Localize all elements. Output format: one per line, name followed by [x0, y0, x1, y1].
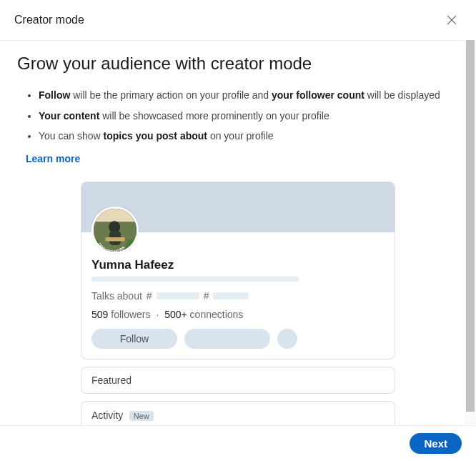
- featured-card: Featured: [81, 367, 395, 394]
- bold-text: Your content: [39, 110, 99, 122]
- feature-item: Your content will be showcased more prom…: [39, 108, 459, 124]
- scrollbar-thumb[interactable]: [466, 40, 475, 412]
- followers-count: 509: [91, 309, 108, 320]
- text: will be showcased more prominently on yo…: [99, 110, 329, 122]
- feature-item: You can show topics you post about on yo…: [39, 128, 459, 144]
- text: on your profile: [207, 130, 274, 142]
- talks-about-row: Talks about # #: [91, 290, 385, 302]
- new-badge: New: [129, 411, 154, 421]
- follower-stats: 509 followers · 500+ connections: [91, 309, 385, 320]
- headline-placeholder: [91, 277, 299, 282]
- modal-footer: Next: [0, 425, 476, 461]
- followers-label: followers: [108, 309, 150, 320]
- creator-mode-modal: Creator mode Grow your audience with cre…: [0, 0, 476, 461]
- modal-body: Grow your audience with creator mode Fol…: [0, 41, 476, 425]
- page-heading: Grow your audience with creator mode: [17, 52, 459, 74]
- more-button-placeholder: [277, 329, 297, 349]
- next-button[interactable]: Next: [410, 433, 462, 454]
- separator: ·: [156, 309, 159, 320]
- activity-label: Activity: [91, 410, 123, 421]
- bold-text: Follow: [39, 89, 70, 101]
- text: will be displayed: [365, 89, 440, 101]
- hashtag-symbol: #: [204, 290, 209, 302]
- profile-card: OPENTOWORK Yumna Hafeez Talks about #: [81, 182, 395, 360]
- close-button[interactable]: [442, 10, 462, 30]
- close-icon: [445, 13, 459, 27]
- svg-rect-6: [105, 237, 124, 241]
- talks-about-label: Talks about: [91, 290, 142, 302]
- hashtag-placeholder: [213, 292, 249, 299]
- cover-image: OPENTOWORK: [81, 182, 395, 232]
- learn-more-link[interactable]: Learn more: [26, 153, 80, 164]
- activity-card: Activity New: [81, 401, 395, 425]
- connections-count: 500+: [164, 309, 187, 320]
- follow-button: Follow: [91, 329, 177, 349]
- hashtag-placeholder: [157, 292, 199, 299]
- profile-name: Yumna Hafeez: [91, 258, 385, 272]
- text: You can show: [39, 130, 104, 142]
- action-pill-placeholder: [184, 329, 270, 349]
- text: will be the primary action on your profi…: [70, 89, 272, 101]
- hashtag-symbol: #: [147, 290, 152, 302]
- modal-title: Creator mode: [14, 14, 84, 26]
- svg-rect-3: [94, 209, 137, 222]
- modal-header: Creator mode: [0, 0, 476, 41]
- bold-text: topics you post about: [104, 130, 207, 142]
- bold-text: your follower count: [272, 89, 365, 101]
- action-buttons: Follow: [91, 329, 385, 349]
- feature-list: Follow will be the primary action on you…: [17, 87, 459, 144]
- avatar-image: [94, 209, 137, 252]
- connections-label: connections: [187, 309, 244, 320]
- featured-label: Featured: [91, 375, 385, 386]
- feature-item: Follow will be the primary action on you…: [39, 87, 459, 103]
- avatar: OPENTOWORK: [91, 207, 139, 254]
- profile-preview: OPENTOWORK Yumna Hafeez Talks about #: [17, 182, 459, 425]
